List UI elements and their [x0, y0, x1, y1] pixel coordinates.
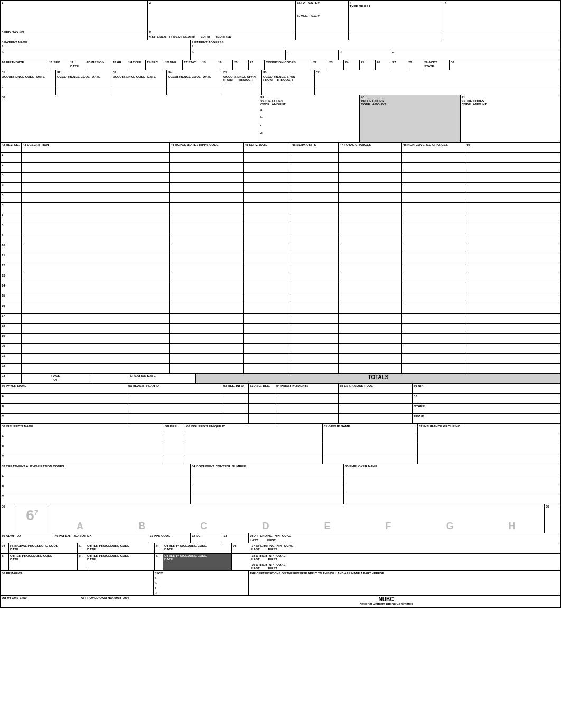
field53-header: 53 ASG. BEN. — [249, 384, 275, 393]
field39-amount: AMOUNT — [272, 103, 285, 106]
line-15-desc — [22, 293, 170, 303]
field46-label: 46 SERV. UNITS — [292, 143, 337, 147]
line-1-hcpcs — [170, 153, 244, 162]
line-10-units — [291, 243, 339, 253]
line-7-units — [291, 213, 339, 223]
field30-label: 30 — [451, 61, 559, 64]
row-payer-b: B OTHER — [1, 404, 560, 414]
field11-label: 11 SEX — [49, 61, 68, 64]
line-5-desc — [22, 193, 170, 202]
line-22-hcpcs — [170, 364, 244, 373]
line-16-revcd: 16 — [1, 303, 22, 313]
line-13-desc — [22, 273, 170, 283]
row-auth-header: 63 TREATMENT AUTHORIZATION CODES 64 DOCU… — [1, 464, 560, 474]
line-18-units — [291, 324, 339, 333]
field9-label: 9 PATIENT ADDRESS — [192, 41, 559, 44]
occ-span-35: OCCURRENCE SPAN — [223, 75, 256, 79]
field37-cell: 37 — [315, 70, 560, 85]
field75b-cell — [232, 554, 250, 570]
field80-label: 80 REMARKS — [2, 572, 152, 575]
field57-label: 57 — [414, 394, 559, 398]
line-11-charges — [339, 253, 402, 263]
field74b-proc: OTHER PROCEDURE CODE DATE — [163, 543, 232, 553]
field59-header: 59 P.REL — [164, 424, 185, 434]
totals-label: TOTALS — [197, 374, 559, 380]
service-line-13: 13 — [1, 273, 560, 283]
field74d-label-cell: d. — [78, 554, 86, 570]
line-10-revcd: 10 — [1, 243, 22, 253]
payer-a-52 — [222, 394, 249, 403]
row-auth-c: C — [1, 494, 560, 504]
line-5-units — [291, 193, 339, 202]
occ-from-36: FROM — [263, 78, 273, 82]
field45-header: 45 SERV. DATE — [244, 143, 291, 152]
field77-npi: NPI — [277, 544, 282, 548]
payer-b-57: OTHER — [413, 404, 560, 413]
field52-label: 52 REL. INFO — [223, 384, 247, 388]
field47-header: 47 TOTAL CHARGES — [339, 143, 402, 152]
line-20-revcd: 20 — [1, 344, 22, 353]
line-14-units — [291, 283, 339, 293]
field34-cell: 34 OCCURRENCE CODE DATE — [167, 70, 222, 85]
line-18-charges — [339, 324, 402, 333]
page-label: PAGE — [23, 374, 89, 378]
field48-header: 48 NON-COVERED CHARGES — [402, 143, 465, 152]
line-16-desc — [22, 303, 170, 313]
field8b-cell: b — [1, 50, 191, 60]
field74c-label-cell: c. — [1, 554, 9, 570]
payer-c-57: PRV ID — [413, 414, 560, 423]
field3a-label: 3a PAT. CNTL # — [297, 1, 347, 5]
field78-first: FIRST — [268, 558, 277, 561]
line-7-noncov — [402, 213, 465, 223]
field40-amount: AMOUNT — [372, 103, 386, 106]
line-14-charges — [339, 283, 402, 293]
line-10-charges — [339, 243, 402, 253]
line-2-noncov — [402, 163, 465, 172]
field21-cell: 21 — [249, 60, 265, 70]
payer-b-50: B — [1, 404, 127, 413]
line-15-charges — [339, 293, 402, 303]
field81-right-cell: THE CERTIFICATIONS ON THE REVERSE APPLY … — [249, 571, 560, 595]
line-8-charges — [339, 223, 402, 233]
field74e-proc: OTHER PROCEDURE CODE DATE — [163, 554, 232, 570]
line-16-servdate — [244, 303, 291, 313]
occ-a-31: a — [1, 85, 56, 95]
line-20-49 — [465, 344, 560, 353]
field7-cell: 7 — [443, 1, 560, 30]
payer-a-56-57: 57 — [413, 394, 560, 403]
line-21-noncov — [402, 354, 465, 363]
line-14-49 — [465, 283, 560, 293]
field8-label: 8 PATIENT NAME — [2, 41, 189, 44]
field79-last: LAST — [251, 567, 260, 570]
field47-label: 47 TOTAL CHARGES — [340, 143, 400, 147]
field14-label: 14 TYPE — [128, 61, 144, 64]
field19-cell: 19 — [217, 60, 233, 70]
row-service-header: 42 REV. CD. 43 DESCRIPTION 44 HCPCS /RAT… — [1, 143, 560, 153]
line-13-noncov — [402, 273, 465, 283]
insured-b-62 — [418, 444, 560, 454]
line-2-servdate — [244, 163, 291, 172]
line-19-49 — [465, 334, 560, 343]
field35-label: 35 — [223, 71, 260, 75]
approved-omb-cell: APPROVED OMB NO. 0938-0997 — [80, 596, 212, 607]
line-10-noncov — [402, 243, 465, 253]
insured-b-60 — [185, 444, 323, 454]
page-cell: PAGE OF — [22, 374, 90, 383]
line-10-49 — [465, 243, 560, 253]
line-20-hcpcs — [170, 344, 244, 353]
field21-label: 21 — [250, 61, 263, 64]
line-3-49 — [465, 173, 560, 182]
field5-cell: 5 FED. TAX NO. — [1, 30, 148, 40]
line-19-noncov — [402, 334, 465, 343]
line-19-charges — [339, 334, 402, 343]
field68-cell: 68 — [545, 504, 560, 533]
line-12-revcd: 12 — [1, 263, 22, 273]
line-17-hcpcs — [170, 314, 244, 323]
row-page: 23 PAGE OF CREATION DATE TOTALS — [1, 374, 560, 384]
field39-code: CODE — [260, 103, 269, 106]
field81-cell: 81CC a b c d — [154, 571, 249, 595]
other-proc-date-a: DATE — [87, 548, 153, 551]
service-line-10: 10 — [1, 243, 560, 253]
line-5-revcd: 5 — [1, 193, 22, 202]
field64-label: 64 DOCUMENT CONTROL NUMBER — [192, 465, 342, 468]
